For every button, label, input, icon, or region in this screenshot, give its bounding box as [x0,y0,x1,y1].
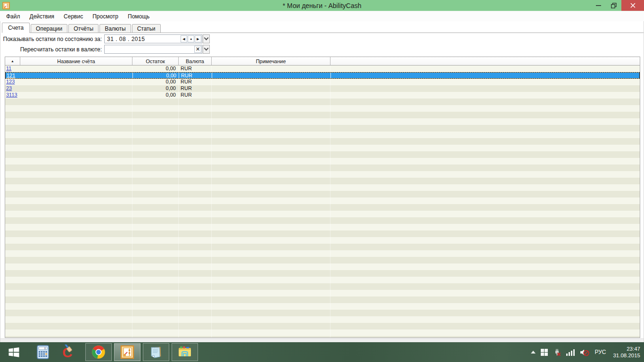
table-row-empty [5,303,640,310]
table-row-empty [5,270,640,277]
minimize-button[interactable] [591,0,606,11]
network-disconnected-icon[interactable] [553,348,561,356]
table-row-empty [5,197,640,204]
signal-bars-icon[interactable] [566,349,575,356]
empty-cell [5,237,132,244]
filler-cell [330,237,640,244]
menu-bar: ФайлДействияСервисПросмотрПомощь [0,11,644,21]
balance-cell [132,99,179,105]
tab-3[interactable]: Отчёты [68,24,99,33]
balance-cell: 0,00 [132,92,179,99]
balance-cell [132,323,179,329]
close-button[interactable] [621,0,644,11]
calculator-icon[interactable]: 0 [33,342,52,362]
tab-2[interactable]: Операции [31,24,67,33]
filler-cell [330,105,640,112]
menu-item-3[interactable]: Сервис [59,12,88,21]
volume-muted-icon[interactable] [580,348,589,356]
accounts-table: ▲ Название счёта Остаток Валюта Примечан… [5,57,640,338]
note-cell [212,151,330,158]
chrome-taskbar-button[interactable] [85,343,112,361]
table-row-empty [5,204,640,211]
currency-cell [179,178,212,184]
tab-strip: СчетаОперацииОтчётыВалютыСтатьи [2,23,644,33]
tab-4[interactable]: Валюты [99,24,131,33]
ccleaner-icon[interactable]: C [59,342,78,362]
currency-clear-button[interactable]: ✕ [194,46,201,53]
currency-cell [179,204,212,211]
empty-cell [5,296,132,303]
note-cell [212,112,330,118]
column-header-note[interactable]: Примечание [212,57,330,65]
file-explorer-taskbar-button[interactable] [172,343,198,361]
note-cell [212,250,330,257]
empty-cell [5,125,132,132]
filler-cell [330,303,640,310]
filler-cell [330,197,640,204]
sort-ascending-icon: ▲ [11,59,14,63]
column-header-name[interactable]: Название счёта [20,57,132,65]
date-today-button[interactable]: ● [188,35,194,42]
empty-cell [5,151,132,158]
show-hidden-icons-chevron-up-icon[interactable] [531,351,536,354]
account-name-link[interactable]: 11 [6,66,11,71]
table-row[interactable]: 31130,00RUR [5,92,640,99]
tab-1[interactable]: Счета [2,23,30,33]
table-row-empty [5,191,640,197]
note-cell [212,99,330,105]
sort-column-header[interactable]: ▲ [5,57,20,65]
currency-dropdown-button[interactable] [203,45,210,54]
close-icon [630,3,636,8]
filler-cell [330,171,640,178]
column-header-currency[interactable]: Валюта [179,57,212,65]
account-name-link[interactable]: 3113 [5,92,132,99]
table-row[interactable]: 230,00RUR [5,85,640,92]
menu-item-1[interactable]: Файл [1,12,25,21]
note-cell [212,165,330,171]
date-field[interactable]: 31 . 08 . 2015 ◀ ● ▶ [104,34,202,43]
menu-item-5[interactable]: Помощь [123,12,154,21]
currency-field[interactable]: ✕ [104,45,202,54]
account-name-link[interactable]: 123 [5,79,132,85]
currency-cell [179,230,212,237]
balance-cell [132,184,179,191]
balance-cell [132,336,179,338]
currency-cell [179,197,212,204]
account-name-link[interactable]: 23 [5,85,132,92]
date-dropdown-button[interactable] [203,34,210,43]
currency-cell [179,211,212,217]
restore-button[interactable] [606,0,621,11]
balance-cell [132,296,179,303]
note-cell [212,224,330,230]
filler-cell [330,165,640,171]
account-name-link[interactable]: 11 [5,66,132,72]
menu-item-4[interactable]: Просмотр [88,12,123,21]
date-step-forward-button[interactable]: ▶ [195,35,201,42]
tab-5[interactable]: Статьи [132,24,161,33]
table-row[interactable]: 1230,00RUR [5,79,640,85]
abilitycash-taskbar-button[interactable] [114,343,140,361]
menu-item-2[interactable]: Действия [25,12,59,21]
note-cell [212,283,330,290]
empty-cell [5,290,132,296]
table-row-empty [5,217,640,224]
table-row-empty [5,125,640,132]
notepad-taskbar-button[interactable] [143,343,169,361]
windows-flag-icon[interactable] [541,349,548,356]
table-row[interactable]: 110,00RUR [5,66,640,72]
language-indicator[interactable]: РУС [594,349,606,355]
account-name-link[interactable]: 121 [6,73,133,78]
account-name-link[interactable]: 3113 [6,92,17,98]
filler-cell [330,151,640,158]
date-step-back-button[interactable]: ◀ [181,35,187,42]
account-name-link[interactable]: 23 [6,85,12,91]
start-button[interactable] [2,342,25,362]
account-name-link[interactable]: 121 [7,73,15,78]
filler-cell [330,66,640,72]
column-header-balance[interactable]: Остаток [132,57,179,65]
table-row-empty [5,283,640,290]
table-row[interactable]: 1210,00RUR [5,72,640,79]
table-row-empty [5,257,640,263]
account-name-link[interactable]: 123 [6,79,15,84]
clock[interactable]: 23:47 31.08.2015 [613,346,640,359]
